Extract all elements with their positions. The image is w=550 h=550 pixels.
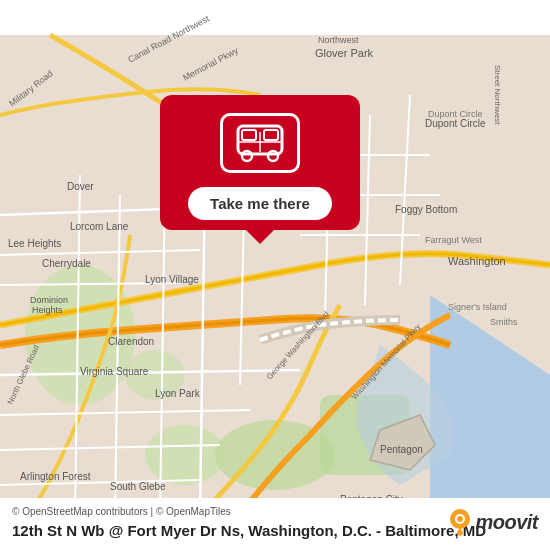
svg-text:South Glebe: South Glebe xyxy=(110,481,166,492)
moovit-pin-icon xyxy=(449,508,471,536)
svg-text:Clarendon: Clarendon xyxy=(108,336,154,347)
svg-text:Lorcom Lane: Lorcom Lane xyxy=(70,221,129,232)
svg-text:Cherrydale: Cherrydale xyxy=(42,258,91,269)
svg-text:Signer's Island: Signer's Island xyxy=(448,302,507,312)
svg-text:Farragut West: Farragut West xyxy=(425,235,482,245)
svg-text:Heights: Heights xyxy=(32,305,63,315)
popup-triangle xyxy=(246,230,274,244)
moovit-logo-text: moovit xyxy=(475,511,538,534)
svg-text:Dupont Circle: Dupont Circle xyxy=(425,118,486,129)
svg-point-64 xyxy=(457,516,463,522)
svg-text:Lyon Village: Lyon Village xyxy=(145,274,199,285)
svg-rect-57 xyxy=(264,130,278,140)
svg-text:Dover: Dover xyxy=(67,181,94,192)
bus-popup: Take me there xyxy=(160,95,360,230)
svg-text:Pentagon: Pentagon xyxy=(380,444,423,455)
bottom-bar: © OpenStreetMap contributors | © OpenMap… xyxy=(0,498,550,551)
take-me-button[interactable]: Take me there xyxy=(188,187,332,220)
svg-text:Dominion: Dominion xyxy=(30,295,68,305)
svg-text:Glover Park: Glover Park xyxy=(315,47,374,59)
moovit-logo: moovit xyxy=(449,508,538,536)
svg-text:Smiths: Smiths xyxy=(490,317,518,327)
map-svg: Glover Park Dover Lorcom Lane Cherrydale… xyxy=(0,0,550,550)
map-container: Glover Park Dover Lorcom Lane Cherrydale… xyxy=(0,0,550,550)
svg-text:Washington: Washington xyxy=(448,255,506,267)
svg-text:Northwest: Northwest xyxy=(318,35,359,45)
svg-text:Dupont Circle: Dupont Circle xyxy=(428,109,483,119)
svg-text:Arlington Forest: Arlington Forest xyxy=(20,471,91,482)
svg-text:Street Northwest: Street Northwest xyxy=(493,65,502,125)
svg-text:Foggy Bottom: Foggy Bottom xyxy=(395,204,457,215)
svg-rect-56 xyxy=(242,130,256,140)
svg-point-59 xyxy=(268,151,278,161)
svg-text:Virginia Square: Virginia Square xyxy=(80,366,149,377)
svg-point-2 xyxy=(145,425,225,485)
svg-text:Lyon Park: Lyon Park xyxy=(155,388,201,399)
bus-icon xyxy=(220,113,300,173)
svg-text:Lee Heights: Lee Heights xyxy=(8,238,61,249)
svg-point-58 xyxy=(242,151,252,161)
